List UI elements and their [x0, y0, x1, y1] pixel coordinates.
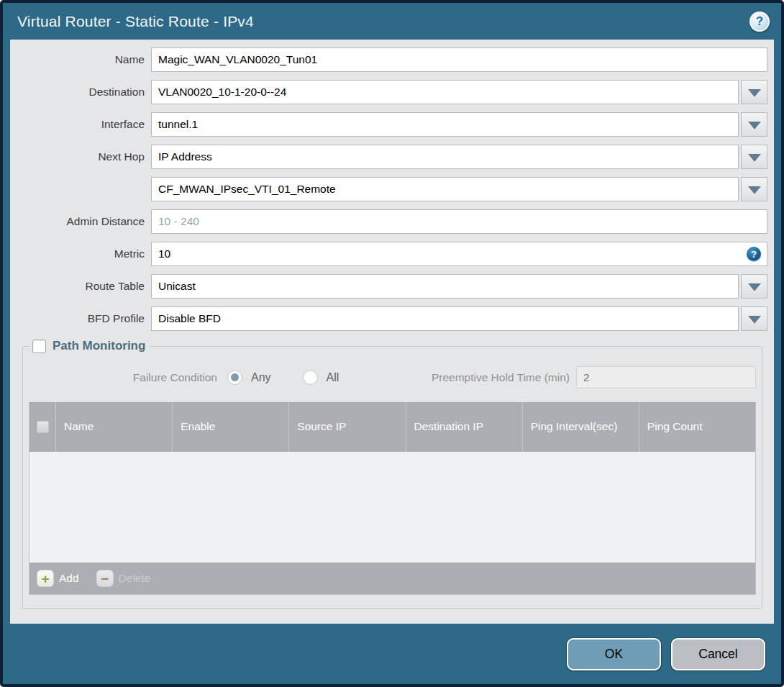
- chevron-down-icon: [748, 186, 761, 194]
- dialog-button-bar: OK Cancel: [3, 624, 781, 684]
- next-hop-address-row: [10, 177, 767, 201]
- name-row: Name: [10, 47, 767, 72]
- bfd-profile-input[interactable]: [151, 306, 739, 331]
- preemptive-hold-time-input[interactable]: [576, 366, 756, 388]
- admin-distance-input[interactable]: [151, 209, 767, 234]
- column-header-enable[interactable]: Enable: [172, 402, 288, 452]
- interface-row: Interface: [10, 112, 767, 137]
- metric-row: Metric ?: [10, 242, 767, 266]
- path-monitoring-checkbox[interactable]: [32, 340, 46, 353]
- chevron-down-icon: [748, 283, 761, 291]
- chevron-down-icon: [748, 122, 761, 129]
- dialog-titlebar: Virtual Router - Static Route - IPv4 ?: [3, 3, 781, 40]
- select-all-checkbox[interactable]: [37, 421, 49, 433]
- column-header-source-ip[interactable]: Source IP: [288, 402, 405, 452]
- failure-condition-label: Failure Condition: [29, 371, 217, 384]
- radio-all-label: All: [327, 371, 339, 384]
- add-button[interactable]: + Add: [37, 570, 79, 587]
- path-monitoring-legend: Path Monitoring: [30, 339, 150, 353]
- route-table-input[interactable]: [151, 274, 739, 299]
- interface-dropdown-button[interactable]: [741, 112, 767, 137]
- column-header-ping-count[interactable]: Ping Count: [639, 402, 755, 452]
- delete-button[interactable]: − Delete: [96, 570, 151, 587]
- admin-distance-label: Admin Distance: [10, 215, 151, 228]
- destination-label: Destination: [10, 86, 151, 99]
- column-header-ping-interval[interactable]: Ping Interval(sec): [522, 402, 639, 452]
- next-hop-address-input[interactable]: [151, 177, 739, 201]
- next-hop-type-dropdown-button[interactable]: [741, 145, 767, 169]
- table-header-checkbox-cell: [29, 402, 55, 452]
- route-table-dropdown-button[interactable]: [741, 274, 767, 299]
- path-monitoring-section: Path Monitoring Failure Condition Any Al…: [22, 339, 762, 609]
- failure-condition-any-option[interactable]: Any: [227, 370, 271, 385]
- name-label: Name: [10, 53, 151, 66]
- dialog-content: Name Destination Interface Next Hop: [10, 40, 774, 624]
- bfd-profile-row: BFD Profile: [10, 306, 767, 331]
- chevron-down-icon: [748, 89, 761, 97]
- metric-help-icon[interactable]: ?: [747, 247, 761, 261]
- add-icon: +: [37, 570, 54, 587]
- table-header-row: Name Enable Source IP Destination IP Pin…: [29, 402, 755, 452]
- chevron-down-icon: [748, 316, 761, 324]
- interface-input[interactable]: [151, 112, 739, 137]
- next-hop-row: Next Hop: [10, 145, 767, 169]
- destination-dropdown-button[interactable]: [741, 80, 767, 104]
- failure-condition-radio-group: Any All: [217, 370, 339, 385]
- delete-button-label: Delete: [119, 572, 151, 585]
- path-monitoring-title: Path Monitoring: [53, 339, 145, 353]
- column-header-destination-ip[interactable]: Destination IP: [406, 402, 522, 452]
- admin-distance-row: Admin Distance: [10, 209, 767, 234]
- route-table-label: Route Table: [10, 280, 151, 293]
- ok-button[interactable]: OK: [567, 638, 661, 670]
- preemptive-hold-time-label: Preemptive Hold Time (min): [432, 371, 576, 384]
- next-hop-label: Next Hop: [10, 150, 151, 163]
- radio-any-selected-icon[interactable]: [227, 370, 242, 385]
- table-toolbar: + Add − Delete: [29, 563, 755, 594]
- path-monitoring-table: Name Enable Source IP Destination IP Pin…: [29, 402, 756, 595]
- failure-condition-all-option[interactable]: All: [303, 370, 339, 385]
- next-hop-address-dropdown-button[interactable]: [741, 177, 767, 201]
- column-header-name[interactable]: Name: [55, 402, 172, 452]
- metric-input[interactable]: [151, 242, 767, 266]
- radio-all-icon[interactable]: [303, 370, 318, 385]
- next-hop-type-input[interactable]: [151, 145, 739, 169]
- destination-row: Destination: [10, 80, 767, 104]
- radio-any-label: Any: [251, 371, 271, 384]
- table-body-empty: [29, 452, 755, 563]
- static-route-dialog: Virtual Router - Static Route - IPv4 ? N…: [0, 0, 784, 687]
- destination-input[interactable]: [151, 80, 739, 104]
- dialog-title: Virtual Router - Static Route - IPv4: [17, 13, 254, 30]
- cancel-button[interactable]: Cancel: [671, 638, 765, 670]
- delete-icon: −: [96, 570, 114, 587]
- interface-label: Interface: [10, 118, 151, 131]
- failure-condition-row: Failure Condition Any All Preemptive Hol…: [29, 366, 756, 388]
- bfd-profile-label: BFD Profile: [10, 312, 151, 325]
- add-button-label: Add: [59, 572, 79, 585]
- chevron-down-icon: [748, 154, 761, 162]
- help-icon[interactable]: ?: [749, 12, 770, 32]
- route-table-row: Route Table: [10, 274, 767, 299]
- metric-label: Metric: [10, 247, 151, 260]
- name-input[interactable]: [151, 47, 767, 72]
- bfd-profile-dropdown-button[interactable]: [741, 306, 767, 331]
